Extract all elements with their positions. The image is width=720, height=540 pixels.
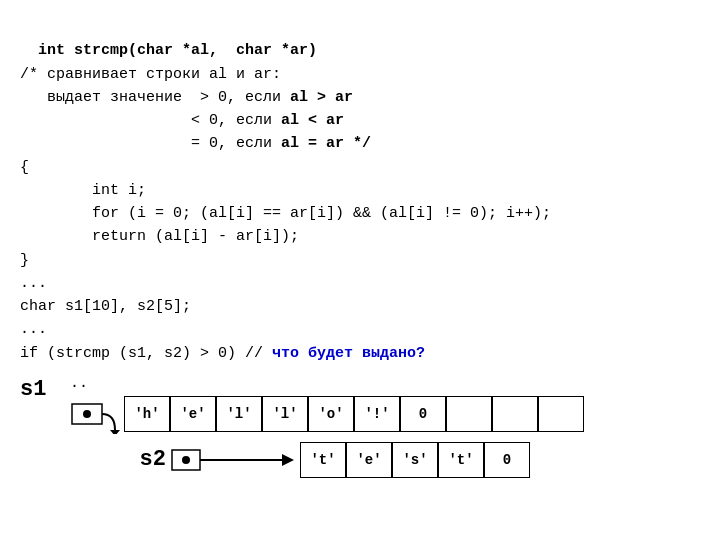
- s1-label: s1: [20, 377, 46, 402]
- s1-cell-8: [492, 396, 538, 432]
- code-dots1: ...: [20, 272, 700, 295]
- svg-point-4: [182, 456, 190, 464]
- s1-dots: ..: [70, 375, 584, 392]
- s1-cell-6: 0: [400, 396, 446, 432]
- s2-cell-3: 't': [438, 442, 484, 478]
- svg-point-1: [83, 410, 91, 418]
- s2-cell-0: 't': [300, 442, 346, 478]
- s1-cell-3: 'l': [262, 396, 308, 432]
- s1-cell-1: 'e': [170, 396, 216, 432]
- svg-marker-6: [282, 454, 294, 466]
- s1-cell-2: 'l': [216, 396, 262, 432]
- s2-cell-2: 's': [392, 442, 438, 478]
- s1-array: 'h' 'e' 'l' 'l' 'o' '!' 0: [124, 396, 584, 432]
- s1-pointer-arrow: [70, 394, 124, 434]
- code-comment-line3: выдает значение > 0, если al > ar: [20, 86, 700, 109]
- code-return: return (al[i] - ar[i]);: [20, 225, 700, 248]
- code-dots2: ...: [20, 318, 700, 341]
- s2-array: 't' 'e' 's' 't' 0: [300, 442, 530, 478]
- s2-cell-4: 0: [484, 442, 530, 478]
- code-display: int strcmp(char *al, char *ar): [20, 16, 700, 63]
- code-int-i: int i;: [20, 179, 700, 202]
- code-body: /* сравнивает строки al и ar: выдает зна…: [20, 63, 700, 365]
- s1-cell-9: [538, 396, 584, 432]
- code-line1: int strcmp(char *al, char *ar): [38, 42, 317, 59]
- code-comment-start: /* сравнивает строки al и ar:: [20, 63, 700, 86]
- code-brace-open: {: [20, 156, 700, 179]
- s1-cell-7: [446, 396, 492, 432]
- code-for: for (i = 0; (al[i] == ar[i]) && (al[i] !…: [20, 202, 700, 225]
- code-comment-line4: < 0, если al < ar: [20, 109, 700, 132]
- s1-cell-5: '!': [354, 396, 400, 432]
- svg-marker-2: [110, 430, 120, 434]
- visualization: s1 .. 'h' 'e': [20, 375, 700, 478]
- s2-pointer-arrow: [170, 442, 300, 478]
- code-if-line: if (strcmp (s1, s2) > 0) // что будет вы…: [20, 342, 700, 365]
- s2-label: s2: [140, 447, 166, 472]
- code-comment-line5: = 0, если al = ar */: [20, 132, 700, 155]
- s2-cell-1: 'e': [346, 442, 392, 478]
- code-brace-close: }: [20, 249, 700, 272]
- code-char-decl: char s1[10], s2[5];: [20, 295, 700, 318]
- s1-cell-4: 'o': [308, 396, 354, 432]
- s1-cell-0: 'h': [124, 396, 170, 432]
